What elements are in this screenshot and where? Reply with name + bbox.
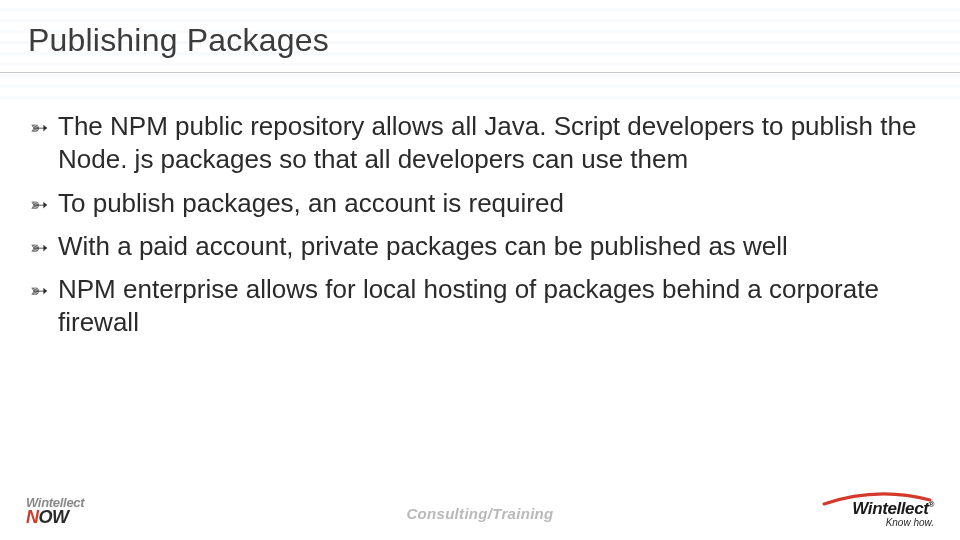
bullet-item: ➳To publish packages, an account is requ… [30, 187, 925, 220]
title-underline [0, 72, 960, 73]
bullet-icon: ➳ [30, 191, 58, 219]
bullet-text: With a paid account, private packages ca… [58, 231, 788, 261]
logo-left-ow: OW [39, 507, 69, 527]
slide: Publishing Packages ➳The NPM public repo… [0, 0, 960, 540]
logo-left-line2: NOW [26, 509, 84, 526]
footer-center-text: Consulting/Training [406, 505, 553, 522]
logo-wintellect: Wintellect® Know how. [852, 500, 934, 528]
bullet-item: ➳NPM enterprise allows for local hosting… [30, 273, 925, 340]
registered-icon: ® [929, 500, 935, 509]
logo-right-brand-text: Wintellect [852, 499, 928, 518]
bullet-icon: ➳ [30, 277, 58, 305]
bullet-text: The NPM public repository allows all Jav… [58, 111, 916, 174]
bullet-text: To publish packages, an account is requi… [58, 188, 564, 218]
logo-wintellect-now: Wintellect NOW [26, 497, 84, 526]
slide-body: ➳The NPM public repository allows all Ja… [30, 110, 925, 350]
slide-title: Publishing Packages [28, 22, 329, 59]
bullet-item: ➳With a paid account, private packages c… [30, 230, 925, 263]
logo-left-n: N [26, 507, 39, 527]
logo-right-tagline: Know how. [852, 518, 934, 528]
logo-right-brand: Wintellect® [852, 500, 934, 517]
bullet-text: NPM enterprise allows for local hosting … [58, 274, 879, 337]
bullet-icon: ➳ [30, 234, 58, 262]
bullet-icon: ➳ [30, 114, 58, 142]
bullet-item: ➳The NPM public repository allows all Ja… [30, 110, 925, 177]
